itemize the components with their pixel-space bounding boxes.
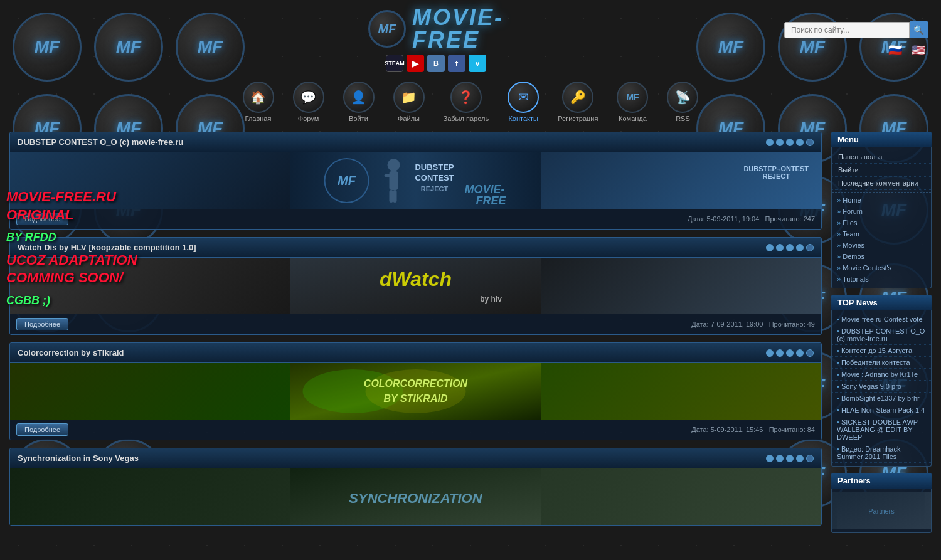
nav-home-icon: 🏠 [243,82,274,113]
article-1-date: Дата: 5-09-2011, 19:04 [688,215,759,223]
header-mf-logo: MF [368,10,406,48]
dot [766,139,774,146]
sidebar-forum[interactable]: Forum [832,206,931,217]
svg-rect-12 [393,190,397,203]
nav-komanda-label: Команда [619,115,647,122]
youtube-icon[interactable]: ▶ [407,55,424,72]
article-1-header: DUBSTEP CONTEST O_O (c) movie-free.ru [10,132,821,152]
sidebar-team[interactable]: Team [832,228,931,240]
sidebar-menu-title: Menu [831,132,932,147]
article-2-more-btn[interactable]: Подробнее [16,318,68,330]
nav-register[interactable]: 🔑 Регистрация [558,82,598,122]
svg-text:FREE: FREE [476,194,506,207]
top-news-4[interactable]: Победители контеста [832,357,931,369]
russian-flag[interactable]: 🇷🇺 [885,43,905,57]
top-news-2[interactable]: DUBSTEP CONTEST O_O (c) movie-free.ru [832,325,931,345]
nav-komanda[interactable]: MF Команда [617,82,648,122]
article-4-title: Synchronization in Sony Vegas [18,453,139,463]
article-2-footer: Подробнее Дата: 7-09-2011, 19:00 Прочита… [10,314,821,334]
header: MF MOVIE- FREE STEAM ▶ В f v 🔍 🇷🇺 [0,0,941,78]
sidebar-partners-block: Partners Partners [831,473,932,533]
sidebar: Menu Панель польз. Выйти Последние комме… [831,132,932,539]
article-color: Colorcorrection by sTikraid [9,342,822,440]
nav-forum[interactable]: 💬 Форум [293,82,324,122]
svg-point-8 [388,159,400,171]
nav-contacts-label: Контакты [508,115,538,122]
dot [796,244,804,251]
article-1-reads: Прочитано: 247 [765,215,815,223]
article-1-dots [766,139,814,146]
nav-home-label: Главная [245,115,272,122]
english-flag[interactable]: 🇺🇸 [908,43,928,57]
dot [766,455,774,462]
sidebar-comments[interactable]: Последние комментарии [832,177,931,190]
top-news-10[interactable]: Видео: Dreamhack Summer 2011 Files [832,443,931,463]
article-3-more-btn[interactable]: Подробнее [16,423,68,436]
nav-files-icon: 📁 [393,82,425,113]
sidebar-logout[interactable]: Выйти [832,164,931,177]
svg-rect-10 [385,174,396,177]
dot [786,244,794,251]
article-4-dots [766,455,814,462]
top-news-3[interactable]: Контест до 15 Августа [832,345,931,357]
site-logo: MOVIE- FREE [412,6,504,51]
top-news-1[interactable]: Movie-free.ru Contest vote [832,314,931,325]
top-news-9[interactable]: SICKEST DOUBLE AWP WALLBANG @ EDIT BY DW… [832,416,931,443]
sidebar-home[interactable]: Home [832,194,931,206]
top-news-8[interactable]: HLAE Non-Steam Pack 1.4 [832,404,931,416]
nav-login[interactable]: 👤 Войти [343,82,375,122]
sidebar-demos[interactable]: Demos [832,251,931,262]
dot [776,139,784,146]
dot [806,455,814,462]
nav-contacts[interactable]: ✉ Контакты [508,82,539,122]
nav-rss-icon: 📡 [667,82,698,113]
sidebar-files[interactable]: Files [832,217,931,228]
social-icons: STEAM ▶ В f v [386,55,486,72]
nav-rss[interactable]: 📡 RSS [667,82,698,122]
dot [786,349,794,357]
main-area: DUBSTEP CONTEST O_O (c) movie-free.ru [0,132,941,539]
article-2-meta: Дата: 7-09-2011, 19:00 Прочитано: 49 [691,320,815,328]
sidebar-tutorials[interactable]: Tutorials [832,273,931,285]
nav-home[interactable]: 🏠 Главная [243,82,274,122]
article-3-dots [766,349,814,357]
svg-text:DUBSTEP: DUBSTEP [415,162,454,172]
vk-icon[interactable]: В [427,55,445,72]
nav-files[interactable]: 📁 Файлы [393,82,425,122]
facebook-icon[interactable]: f [448,55,465,72]
top-news-6[interactable]: Sony Vegas 9.0 pro [832,381,931,393]
top-news-5[interactable]: Movie : Adriano by Kr1Te [832,369,931,381]
sidebar-contests[interactable]: Movie Contest's [832,262,931,273]
article-3-reads: Прочитано: 84 [769,426,815,433]
steam-icon[interactable]: STEAM [386,55,403,72]
nav-register-icon: 🔑 [562,82,593,113]
promo-line-2: ORIGINAL [6,206,137,225]
article-1-meta: Дата: 5-09-2011, 19:04 Прочитано: 247 [688,215,815,223]
nav-komanda-icon: MF [617,82,648,113]
sidebar-movies[interactable]: Movies [832,240,931,251]
svg-text:COLORCORRECTION: COLORCORRECTION [364,378,468,389]
article-1-title: DUBSTEP CONTEST O_O (c) movie-free.ru [18,137,183,147]
nav-forgot[interactable]: ❓ Забыл пароль [444,82,489,122]
svg-rect-11 [390,190,393,203]
search-input[interactable] [784,22,910,38]
article-4-thumb: SYNCHRONIZATION [10,468,821,525]
svg-text:MF: MF [338,174,356,188]
dot [786,455,794,462]
nav-forgot-icon: ❓ [450,82,482,113]
dot [776,244,784,251]
nav-login-icon: 👤 [343,82,375,113]
promo-line-6: CGBB ;) [6,293,137,308]
sidebar-menu-block: Menu Панель польз. Выйти Последние комме… [831,132,932,288]
vimeo-icon[interactable]: v [469,55,486,72]
article-3-meta: Дата: 5-09-2011, 15:46 Прочитано: 84 [691,426,815,433]
article-3-header: Colorcorrection by sTikraid [10,343,821,363]
article-4-header: Synchronization in Sony Vegas [10,448,821,468]
dot [786,139,794,146]
search-button[interactable]: 🔍 [910,21,928,38]
top-news-7[interactable]: BombSight e1337 by brhr [832,393,931,404]
sidebar-panel[interactable]: Панель польз. [832,151,931,164]
sidebar-partners-title: Partners [831,473,932,489]
svg-text:dWatch: dWatch [380,268,452,290]
sidebar-top-news-title: TOP News [831,295,932,310]
